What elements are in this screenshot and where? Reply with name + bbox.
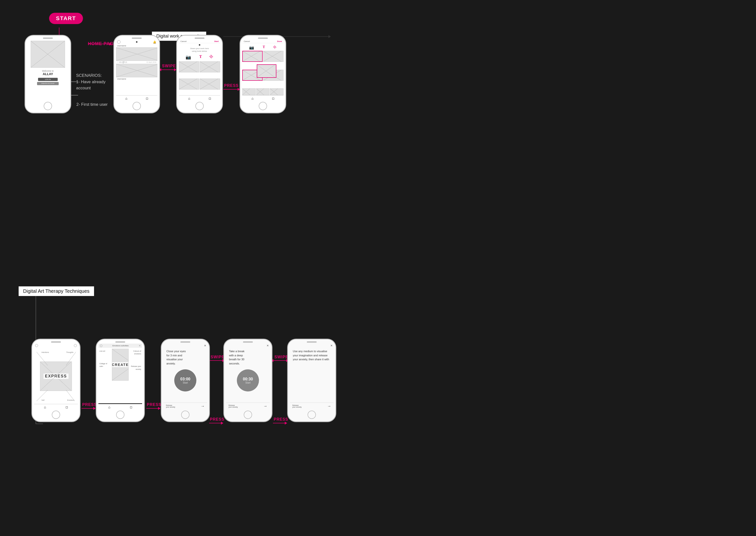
- phone1-create-btn[interactable]: CREATE ACCOUNT: [37, 82, 59, 85]
- phoneb3-home-button[interactable]: [181, 411, 189, 419]
- phoneb4-home-button[interactable]: [244, 411, 252, 419]
- phoneb4-release-text: Release your anxiety: [228, 404, 238, 408]
- phone-1: Welcome to ALLAY LOG IN CREATE ACCOUNT: [24, 35, 71, 114]
- start-button[interactable]: START: [49, 13, 83, 24]
- phoneb2-item-lineart[interactable]: Line art: [99, 350, 111, 352]
- phone2-home-icon[interactable]: ⌂: [125, 96, 127, 100]
- phoneb2-share-nav[interactable]: ◻: [130, 405, 132, 409]
- phone4-share-icon[interactable]: ◻: [272, 97, 274, 100]
- press-b2-arrow: [146, 408, 158, 409]
- phoneb2-item-colours[interactable]: Colours of emotions: [130, 350, 141, 355]
- phone1-home-button[interactable]: [44, 102, 52, 110]
- phone3-cell1: [179, 61, 199, 72]
- phoneb4-topbar: ✕: [226, 344, 270, 348]
- phoneb2-body: Emotions activities ✕ Line art Collage o…: [98, 344, 142, 410]
- phoneb2-speaker: [115, 341, 125, 343]
- phoneb4-timer-time: 00:30: [243, 377, 253, 382]
- phone1-body: Welcome to ALLAY LOG IN CREATE ACCOUNT: [27, 40, 68, 101]
- phone3-cancel[interactable]: Cancel: [180, 40, 187, 43]
- phoneb4-timer[interactable]: 00:30 Start: [237, 369, 259, 391]
- datt-hline: [36, 423, 43, 424]
- section-divider: [0, 255, 756, 255]
- phoneb3-timer-time: 03:00: [180, 377, 190, 382]
- phoneb5-body: ✕ Use any medium to visualise your imagi…: [290, 344, 333, 410]
- press-b4-arrow: [273, 423, 285, 423]
- phoneb1-share-nav[interactable]: ◻: [66, 405, 68, 409]
- phoneb3-close[interactable]: ✕: [204, 344, 206, 347]
- phone-3: Cancel Start Share your work hereusing t…: [176, 35, 223, 114]
- spoke-intentions: Intentions: [42, 352, 49, 353]
- phone4-cancel[interactable]: Cancel: [244, 40, 250, 43]
- phoneb3-arrow-right[interactable]: →: [201, 404, 205, 408]
- phone2-likes: ♡ 201 💬 23: [117, 61, 127, 63]
- press-b1-arrow: [82, 408, 94, 409]
- phoneb2-right-list: Colours of emotions Release your anxiety: [129, 349, 142, 402]
- phoneb1-topbar: [34, 344, 78, 348]
- phoneb5-arrow-right[interactable]: →: [327, 404, 331, 408]
- phone4-text-icon[interactable]: T: [263, 45, 265, 50]
- phone3-grid: [179, 61, 220, 95]
- scenarios-text: SCENARIOS: 1- Have already account: [76, 72, 106, 91]
- phone4-cell2: [263, 51, 284, 62]
- phone2-speaker: [132, 38, 142, 39]
- phone1-welcome-text: Welcome to: [27, 70, 68, 72]
- phone3-tools: 📷 T ⛓: [179, 53, 220, 61]
- phone3-home-icon[interactable]: ⌂: [188, 96, 190, 100]
- phoneb1-search-icon: [74, 344, 77, 347]
- phoneb4-timer-label: Start: [245, 382, 250, 384]
- phone3-speaker: [195, 38, 204, 39]
- phone2-social-row: ♡ 201 💬 23 12 April 2018: [116, 61, 157, 64]
- phone4-link-icon[interactable]: ⛓: [272, 45, 278, 50]
- phoneb2-close-icon[interactable]: ✕: [139, 344, 141, 347]
- phone4-home-button[interactable]: [259, 102, 267, 110]
- phone3-dot: [199, 44, 200, 46]
- press-b4-label: PRESS: [274, 417, 288, 421]
- home-page-arrow: [88, 44, 110, 44]
- phoneb1-home-nav[interactable]: ⌂: [44, 405, 46, 409]
- phoneb5-release-text: Release your anxiety: [292, 404, 302, 408]
- phone3-text-icon[interactable]: T: [199, 54, 202, 60]
- phone1-hero-image: [31, 41, 65, 68]
- phoneb1-wf-main: EXPRESS: [40, 361, 72, 391]
- phone3-link-icon[interactable]: ⛓: [209, 54, 215, 60]
- phone4-bottom-grid: [242, 88, 284, 95]
- phone2-body: 🔔 Username ♡ 201 💬 23 12 April 2018 User…: [116, 40, 157, 101]
- phoneb2-navbar: ⌂ ◻: [98, 404, 142, 410]
- phoneb5-close[interactable]: ✕: [330, 344, 332, 347]
- phone4-body: Cancel Done 📷 T ⛓: [242, 40, 284, 101]
- phone1-login-btn[interactable]: LOG IN: [38, 78, 58, 81]
- phoneb2-wf-center: CREATE: [112, 349, 129, 381]
- phoneb2-create-label: CREATE: [112, 362, 129, 367]
- phone4-camera-icon[interactable]: 📷: [249, 45, 254, 50]
- scenario2-text: 2- First time user: [76, 102, 108, 107]
- phoneb4-release-bar: Release your anxiety →: [226, 402, 270, 410]
- phone-b5: ✕ Use any medium to visualise your imagi…: [287, 339, 336, 422]
- phone4-topbar: Cancel Done: [242, 40, 284, 43]
- phoneb2-item-collage[interactable]: Collage of calm: [99, 362, 111, 368]
- phone4-done[interactable]: Done: [277, 40, 282, 43]
- phoneb3-body: ✕ Close your eyesfor 3 min andvisualise …: [163, 344, 207, 410]
- phoneb5-home-button[interactable]: [308, 411, 316, 419]
- phoneb2-item-release[interactable]: Release your anxiety: [130, 365, 141, 370]
- phoneb2-home-button[interactable]: [116, 411, 124, 419]
- phoneb4-spacer: [226, 394, 270, 402]
- phoneb5-instruction: Use any medium to visualise your imagina…: [290, 348, 333, 363]
- phone-b3: ✕ Close your eyesfor 3 min andvisualise …: [161, 339, 210, 422]
- phone3-share-icon[interactable]: ◻: [209, 97, 211, 100]
- phone4-home-icon[interactable]: ⌂: [251, 96, 253, 100]
- phone4-bot2: [256, 88, 270, 95]
- phoneb2-home-nav[interactable]: ⌂: [108, 405, 110, 409]
- phone2-home-button[interactable]: [132, 102, 141, 110]
- phoneb4-close[interactable]: ✕: [266, 344, 269, 347]
- phone2-dot: [136, 41, 137, 43]
- phoneb3-timer[interactable]: 03:00 Start: [174, 369, 196, 391]
- phone3-start[interactable]: Start: [214, 40, 219, 43]
- phone3-camera-icon[interactable]: 📷: [186, 54, 191, 60]
- phoneb1-home-button[interactable]: [52, 411, 60, 419]
- phone4-speaker: [258, 38, 268, 39]
- phoneb4-arrow-right[interactable]: →: [263, 404, 267, 408]
- phoneb2-user-icon: [100, 345, 102, 347]
- phone3-home-button[interactable]: [195, 102, 204, 110]
- phone2-share-icon[interactable]: ◻: [146, 97, 148, 100]
- phone-b1: Intentions Thoughts Self Emotions EXPRES…: [31, 339, 81, 422]
